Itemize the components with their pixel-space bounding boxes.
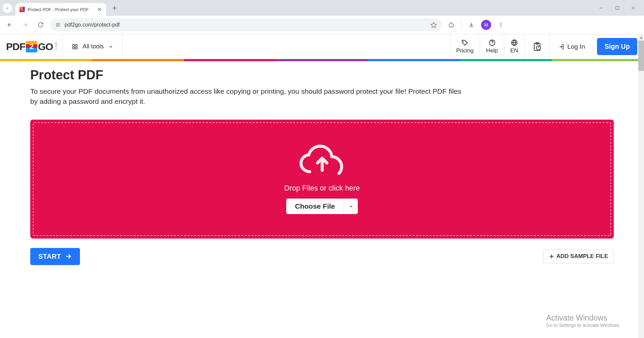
- history-button[interactable]: [524, 34, 550, 59]
- svg-point-1: [59, 23, 60, 24]
- clipboard-history-icon: [532, 42, 542, 52]
- chevron-down-icon: [109, 44, 113, 49]
- all-tools-label: All tools: [83, 43, 104, 50]
- download-icon: [468, 22, 474, 28]
- help-icon: [488, 39, 496, 46]
- tab-close-button[interactable]: [97, 7, 102, 12]
- svg-rect-0: [616, 6, 619, 9]
- choose-file-dropdown[interactable]: [344, 199, 358, 214]
- svg-rect-9: [73, 47, 74, 49]
- downloads-button[interactable]: [466, 19, 477, 31]
- vertical-scrollbar[interactable]: ▲: [638, 35, 644, 265]
- chevron-down-icon: [349, 204, 353, 209]
- reload-button[interactable]: [35, 19, 46, 31]
- scroll-up-button[interactable]: ▲: [638, 35, 644, 40]
- chrome-menu-button[interactable]: [495, 19, 507, 31]
- extensions-button[interactable]: [446, 19, 457, 31]
- close-icon: [98, 8, 101, 11]
- login-button[interactable]: Log In: [550, 34, 594, 59]
- arrow-left-icon: [7, 22, 13, 28]
- logo-text-2: 2: [26, 41, 37, 52]
- page-title: Protect PDF: [30, 68, 614, 82]
- login-label: Log In: [567, 43, 585, 50]
- svg-point-3: [59, 26, 60, 27]
- reload-icon: [38, 22, 44, 28]
- pricing-link[interactable]: Pricing: [450, 34, 480, 59]
- all-tools-dropdown[interactable]: All tools: [63, 34, 123, 59]
- tab-title: Protect PDF - Protect your PDF: [28, 7, 94, 12]
- bottom-row: START ADD SAMPLE FILE: [30, 248, 614, 265]
- choose-file-button[interactable]: Choose File: [286, 199, 344, 214]
- svg-point-6: [501, 26, 502, 27]
- start-label: START: [38, 253, 61, 260]
- dropzone-inner: Drop Files or click here Choose File: [33, 122, 611, 236]
- signup-button[interactable]: Sign Up: [597, 38, 637, 55]
- tab-favicon-icon: [19, 7, 25, 12]
- logo-text-pdf: PDF: [6, 41, 25, 52]
- page-content: Protect PDF To secure your PDF documents…: [0, 61, 644, 265]
- maximize-icon: [615, 6, 619, 10]
- svg-point-5: [501, 25, 502, 26]
- back-button[interactable]: [4, 19, 15, 31]
- language-label: EN: [510, 47, 518, 54]
- tab-search-dropdown[interactable]: [3, 3, 12, 13]
- help-link[interactable]: Help: [480, 34, 504, 59]
- arrow-right-icon: [65, 253, 72, 260]
- tag-icon: [461, 39, 469, 46]
- bookmark-button[interactable]: [430, 22, 437, 28]
- choose-file-label: Choose File: [295, 202, 335, 210]
- kebab-icon: [498, 22, 504, 28]
- puzzle-icon: [448, 22, 455, 28]
- arrow-right-icon: [22, 22, 28, 28]
- cloud-upload-icon: [297, 144, 347, 178]
- browser-tab[interactable]: Protect PDF - Protect your PDF: [15, 3, 106, 16]
- start-button[interactable]: START: [30, 248, 80, 265]
- site-settings-icon: [55, 22, 61, 28]
- star-icon: [430, 22, 437, 28]
- minimize-button[interactable]: [593, 1, 609, 15]
- add-sample-button[interactable]: ADD SAMPLE FILE: [543, 249, 614, 263]
- grid-icon: [72, 44, 78, 50]
- tab-bar: Protect PDF - Protect your PDF: [0, 0, 644, 16]
- site-header: PDF2GO.COM All tools Pricing Help EN Log…: [0, 34, 644, 59]
- pricing-label: Pricing: [456, 47, 474, 54]
- close-icon: [631, 6, 635, 10]
- login-icon: [559, 44, 565, 50]
- help-label: Help: [486, 47, 498, 54]
- svg-point-2: [58, 25, 59, 26]
- svg-rect-7: [73, 44, 74, 46]
- new-tab-button[interactable]: [110, 3, 120, 13]
- signup-label: Sign Up: [604, 43, 630, 50]
- file-dropzone[interactable]: Drop Files or click here Choose File: [30, 120, 614, 239]
- page-description: To secure your PDF documents from unauth…: [30, 86, 470, 107]
- globe-icon: [511, 39, 518, 46]
- drop-text: Drop Files or click here: [284, 184, 360, 193]
- add-sample-label: ADD SAMPLE FILE: [556, 253, 608, 260]
- address-bar: pdf2go.com/protect-pdf M: [0, 16, 644, 34]
- browser-chrome: Protect PDF - Protect your PDF pdf2go.co…: [0, 0, 644, 34]
- profile-initial: M: [484, 22, 488, 28]
- profile-button[interactable]: M: [481, 20, 491, 30]
- language-dropdown[interactable]: EN: [504, 34, 524, 59]
- scroll-thumb[interactable]: [638, 41, 644, 71]
- close-window-button[interactable]: [625, 1, 641, 15]
- choose-file-group: Choose File: [286, 199, 358, 214]
- plus-icon: [549, 254, 554, 259]
- svg-point-4: [501, 23, 502, 24]
- logo[interactable]: PDF2GO.COM: [0, 34, 63, 59]
- chevron-down-icon: [5, 6, 10, 10]
- plus-icon: [112, 6, 117, 10]
- svg-point-11: [463, 41, 464, 42]
- url-text: pdf2go.com/protect-pdf: [65, 22, 120, 28]
- maximize-button[interactable]: [609, 1, 625, 15]
- url-field[interactable]: pdf2go.com/protect-pdf: [50, 18, 442, 31]
- separator: [461, 21, 462, 29]
- svg-rect-8: [75, 44, 77, 46]
- forward-button[interactable]: [19, 19, 31, 31]
- logo-text-com: .COM: [54, 42, 58, 51]
- logo-text-go: GO: [38, 41, 53, 52]
- svg-rect-10: [75, 47, 77, 49]
- window-controls: [593, 1, 641, 15]
- minimize-icon: [599, 6, 603, 10]
